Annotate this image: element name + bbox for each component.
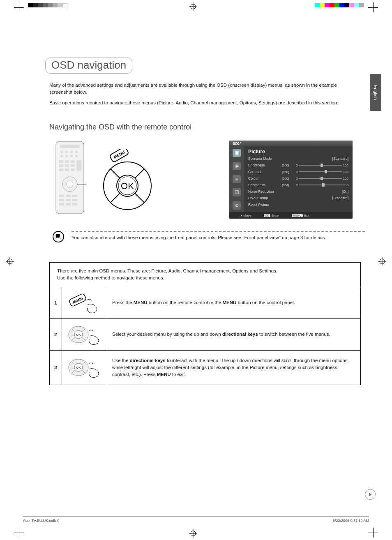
svg-rect-28 [76,160,81,171]
print-footer: Acer.TV.EU.UK.indb 9 6/23/2006 9:37:10 A… [23,517,369,523]
crop-mark [14,2,24,12]
svg-rect-33 [72,195,77,197]
osd-section-title: Picture [248,149,348,155]
registration-target-icon [189,2,197,11]
svg-rect-36 [72,199,77,201]
svg-point-30 [67,181,73,187]
print-registration-top [0,0,392,12]
osd-brand: acer [229,141,353,146]
osd-row-slider: 0100 [296,164,348,167]
step-image: MENU [62,287,107,318]
footer-timestamp: 6/23/2006 9:37:10 AM [333,519,369,523]
ok-label: OK [121,181,134,191]
osd-footer-enter: OKEnter [264,214,279,217]
step-text: Press the MENU button on the remote cont… [107,287,360,318]
svg-rect-37 [59,203,64,205]
language-label: English [373,85,378,100]
step-number: 3 [50,351,62,385]
svg-rect-39 [72,203,77,205]
svg-point-49 [60,238,60,239]
page-title: OSD navigation [45,58,132,74]
svg-rect-25 [59,168,63,171]
footer-file: Acer.TV.EU.UK.indb 9 [23,519,59,523]
print-registration-bottom [0,528,392,540]
svg-point-13 [70,151,73,153]
osd-row-value: [050] [282,164,294,167]
svg-point-16 [65,155,68,157]
svg-rect-35 [66,199,71,201]
osd-row-slider: 0100 [296,177,348,180]
settings-tab-icon: ⚙ [233,201,241,210]
step-image: OK [62,319,107,350]
note-block: You can also interact with these menus u… [53,231,365,242]
svg-rect-34 [59,199,64,201]
grayscale-bar [28,3,67,7]
osd-setting-row: Noise Reduction[Off] [248,188,348,195]
channel-tab-icon: ≡ [233,175,241,183]
step-row-3: 3 OK Use the directional keys to interac… [50,351,360,385]
step-text: Select your desired menu by using the up… [107,319,360,350]
svg-point-18 [75,155,78,157]
color-bar [315,3,364,7]
svg-rect-22 [59,164,63,167]
osd-row-label: Scenario Mode [248,157,280,161]
svg-rect-21 [71,160,75,163]
osd-row-right: [Off] [342,189,348,194]
remote-control-illustration [53,141,86,215]
page-number: 9 [365,489,376,500]
osd-row-value: [004] [282,183,294,187]
svg-rect-26 [65,168,69,171]
svg-rect-27 [71,168,75,171]
osd-row-slider: 08 [296,183,348,187]
step-row-1: 1 MENU Press the MENU button on the remo… [50,287,360,319]
step-image: OK [62,351,107,385]
svg-rect-20 [65,160,69,163]
osd-row-value: [060] [282,170,294,174]
steps-intro: There are five main OSD menus. These are… [50,263,360,287]
steps-table: There are five main OSD menus. These are… [49,262,361,385]
intro-paragraph-2: Basic operations required to navigate th… [49,99,361,106]
svg-rect-31 [59,195,64,197]
osd-row-right: [Standard] [332,157,348,161]
osd-footer-move: ↕▸ Move [239,214,251,217]
osd-footer: ↕▸ Move OKEnter MENUExit [229,212,353,219]
registration-target-icon [189,529,197,538]
svg-rect-32 [66,195,71,197]
svg-text:OK: OK [76,366,81,369]
svg-point-17 [70,155,73,157]
audio-tab-icon: ◉ [233,162,241,170]
svg-text:OK: OK [76,333,81,337]
step-number: 1 [50,287,62,318]
osd-row-right: [Standard] [332,196,348,200]
registration-target-icon [6,257,14,265]
step-number: 2 [50,319,62,350]
svg-rect-10 [60,145,80,148]
svg-rect-24 [71,164,75,167]
nav-wheel-illustration: OK MENU [95,149,160,215]
illustration-row: OK MENU acer ▣ ◉ ≡ ☑ ⚙ Picture Scenario … [53,141,365,219]
osd-row-label: Colour Temp [248,196,280,200]
svg-point-50 [61,239,62,240]
osd-row-slider: 0100 [296,170,348,174]
crop-mark [368,2,378,12]
svg-point-11 [60,151,63,153]
osd-setting-row: Contrast[060]0100 [248,168,348,175]
step-row-2: 2 OK Select your desired menu by using t… [50,319,360,351]
osd-setting-row: Sharpness[004]08 [248,182,348,188]
note-icon [53,231,64,242]
svg-rect-19 [59,160,63,163]
page-content: English OSD navigation Many of the advan… [45,58,365,495]
intro-paragraph-1: Many of the advanced settings and adjust… [49,82,361,95]
osd-row-label: Colour [248,176,280,180]
osd-setting-row: Colour Temp[Standard] [248,195,348,201]
osd-row-label: Sharpness [248,183,280,187]
osd-row-label: Contrast [248,170,280,174]
svg-point-15 [60,155,63,157]
osd-setting-row: Reset Picture [248,201,348,208]
svg-rect-23 [65,164,69,167]
osd-tab-icons: ▣ ◉ ≡ ☑ ⚙ [229,146,244,212]
note-text: You can also interact with these menus u… [71,234,365,241]
crop-mark [14,528,24,538]
osd-row-value: [050] [282,177,294,180]
section-heading: Navigating the OSD with the remote contr… [49,123,365,132]
